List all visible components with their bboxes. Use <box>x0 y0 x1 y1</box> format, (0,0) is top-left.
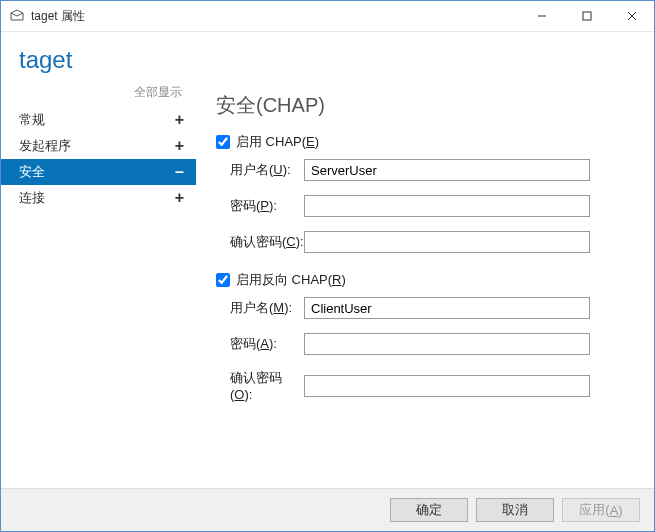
expand-icon: + <box>175 138 184 154</box>
rchap-confirm-row: 确认密码(O): <box>216 369 634 402</box>
sidebar-item-connections[interactable]: 连接 + <box>1 185 196 211</box>
enable-rchap-label[interactable]: 启用反向 CHAP(R) <box>236 271 346 289</box>
chap-confirm-input[interactable] <box>304 231 590 253</box>
show-all-link[interactable]: 全部显示 <box>1 82 196 107</box>
rchap-password-input[interactable] <box>304 333 590 355</box>
chap-username-label: 用户名(U): <box>216 161 304 179</box>
chap-password-input[interactable] <box>304 195 590 217</box>
chap-password-label: 密码(P): <box>216 197 304 215</box>
enable-rchap-checkbox[interactable] <box>216 273 230 287</box>
enable-chap-label[interactable]: 启用 CHAP(E) <box>236 133 319 151</box>
chap-username-input[interactable] <box>304 159 590 181</box>
page-heading: taget <box>1 32 654 78</box>
sidebar-item-initiators[interactable]: 发起程序 + <box>1 133 196 159</box>
rchap-username-input[interactable] <box>304 297 590 319</box>
footer: 确定 取消 应用(A) <box>1 488 654 531</box>
content-panel: 安全(CHAP) 启用 CHAP(E) 用户名(U): 密码(P): 确认密码(… <box>196 78 654 488</box>
properties-window: taget 属性 taget 全部显示 常规 + 发起程序 + 安全 <box>0 0 655 532</box>
svg-rect-1 <box>583 12 591 20</box>
rchap-username-row: 用户名(M): <box>216 297 634 319</box>
maximize-button[interactable] <box>564 1 609 31</box>
app-icon <box>9 8 25 24</box>
collapse-icon: – <box>175 164 184 180</box>
ok-button[interactable]: 确定 <box>390 498 468 522</box>
chap-username-row: 用户名(U): <box>216 159 634 181</box>
chap-confirm-row: 确认密码(C): <box>216 231 634 253</box>
sidebar-item-label: 连接 <box>19 189 45 207</box>
close-button[interactable] <box>609 1 654 31</box>
rchap-confirm-input[interactable] <box>304 375 590 397</box>
apply-button[interactable]: 应用(A) <box>562 498 640 522</box>
sidebar-item-label: 常规 <box>19 111 45 129</box>
enable-rchap-row: 启用反向 CHAP(R) <box>216 271 634 289</box>
section-title: 安全(CHAP) <box>216 92 634 119</box>
sidebar-item-label: 发起程序 <box>19 137 71 155</box>
sidebar-item-security[interactable]: 安全 – <box>1 159 196 185</box>
window-title: taget 属性 <box>31 8 85 25</box>
rchap-password-label: 密码(A): <box>216 335 304 353</box>
enable-chap-checkbox[interactable] <box>216 135 230 149</box>
sidebar-item-general[interactable]: 常规 + <box>1 107 196 133</box>
enable-chap-row: 启用 CHAP(E) <box>216 133 634 151</box>
rchap-username-label: 用户名(M): <box>216 299 304 317</box>
expand-icon: + <box>175 190 184 206</box>
chap-password-row: 密码(P): <box>216 195 634 217</box>
rchap-confirm-label: 确认密码(O): <box>216 369 304 402</box>
sidebar: 全部显示 常规 + 发起程序 + 安全 – 连接 + <box>1 78 196 488</box>
expand-icon: + <box>175 112 184 128</box>
rchap-password-row: 密码(A): <box>216 333 634 355</box>
cancel-button[interactable]: 取消 <box>476 498 554 522</box>
body-area: 全部显示 常规 + 发起程序 + 安全 – 连接 + 安全(CHAP) <box>1 78 654 488</box>
minimize-button[interactable] <box>519 1 564 31</box>
sidebar-item-label: 安全 <box>19 163 45 181</box>
chap-confirm-label: 确认密码(C): <box>216 233 304 251</box>
titlebar: taget 属性 <box>1 1 654 32</box>
